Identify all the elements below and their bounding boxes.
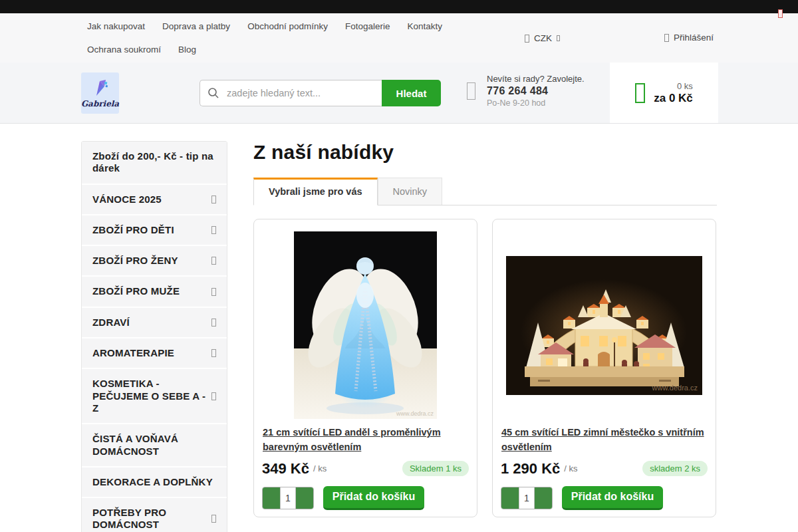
- search-input[interactable]: [200, 80, 382, 106]
- phone-icon: [467, 82, 475, 100]
- sidebar-item-kosmetika[interactable]: KOSMETIKA - PEČUJEME O SEBE A - Z: [82, 369, 227, 424]
- price-unit: / ks: [313, 464, 327, 473]
- purchase-controls: Přidat do košíku: [501, 486, 708, 510]
- product-card-led-angel: www.dedra.cz 21 cm svítící LED anděl s p…: [253, 219, 477, 517]
- nav-link-fotogalerie[interactable]: Fotogalerie: [345, 21, 390, 31]
- contact-opening-hours: Po-Ne 9-20 hod: [487, 98, 585, 108]
- sidebar-item-zbozi-pro-zeny[interactable]: ZBOŽÍ PRO ŽENY: [82, 246, 227, 277]
- quantity-increase-button[interactable]: [535, 487, 552, 509]
- contact-block: Nevíte si rady? Zavolejte. 776 264 484 P…: [467, 74, 585, 108]
- sidebar-item-label: ČISTÁ A VOŇAVÁ DOMÁCNOST: [92, 433, 216, 458]
- login-label: Přihlášení: [674, 33, 714, 43]
- wooden-led-christmas-village-image: www.dedra.cz: [506, 256, 702, 395]
- chevron-right-icon: [211, 257, 216, 265]
- product-card-led-village: www.dedra.cz 45 cm svítící LED zimní měs…: [492, 219, 716, 517]
- logo-wordmark: Gabriela: [81, 99, 119, 108]
- currency-selector[interactable]: CZK: [525, 33, 560, 43]
- price-row: 349 Kč / ks Skladem 1 ks: [262, 460, 469, 477]
- chevron-right-icon: [211, 196, 216, 203]
- product-price: 349 Kč: [262, 460, 309, 477]
- sidebar-item-zbozi-pro-muze[interactable]: ZBOŽÍ PRO MUŽE: [82, 277, 227, 307]
- purchase-controls: Přidat do košíku: [262, 486, 469, 510]
- sidebar-item-label: ZBOŽÍ PRO MUŽE: [92, 285, 180, 297]
- contact-prompt: Nevíte si rady? Zavolejte.: [487, 74, 585, 84]
- tab-vybrali-jsme-pro-vas[interactable]: Vybrali jsme pro vás: [253, 178, 378, 205]
- add-to-cart-button[interactable]: Přidat do košíku: [323, 486, 424, 510]
- sidebar-item-label: ZBOŽÍ PRO DĚTI: [92, 224, 174, 236]
- logo-bird-icon: [91, 78, 110, 98]
- product-price: 1 290 Kč: [501, 460, 560, 477]
- quantity-decrease-button[interactable]: [501, 487, 519, 509]
- chevron-down-icon: [557, 35, 560, 41]
- sidebar-item-label: DEKORACE A DOPLŇKY: [92, 476, 213, 488]
- search-button[interactable]: Hledat: [382, 80, 441, 106]
- quantity-input[interactable]: [280, 487, 296, 509]
- tab-bar: Vybrali jsme pro vás Novinky: [253, 178, 717, 205]
- sidebar-item-aromaterapie[interactable]: AROMATERAPIE: [82, 338, 227, 369]
- sidebar-item-label: VÁNOCE 2025: [92, 194, 162, 205]
- sidebar-item-label: ZDRAVÍ: [92, 317, 130, 329]
- image-watermark: www.dedra.cz: [652, 384, 698, 392]
- quantity-stepper: [501, 487, 553, 509]
- page-title: Z naší nabídky: [253, 141, 717, 164]
- sidebar-item-zdravi[interactable]: ZDRAVÍ: [82, 308, 227, 338]
- cart-widget[interactable]: 0 ks za 0 Kč: [610, 63, 718, 123]
- sidebar-item-zbozi-pro-deti[interactable]: ZBOŽÍ PRO DĚTI: [82, 215, 227, 246]
- sidebar-item-cista-domacnost[interactable]: ČISTÁ A VOŇAVÁ DOMÁCNOST: [82, 424, 227, 467]
- chevron-right-icon: [211, 349, 216, 357]
- user-icon: [664, 34, 669, 42]
- sidebar-item-label: AROMATERAPIE: [92, 347, 174, 359]
- nav-link-kontakty[interactable]: Kontakty: [408, 21, 443, 31]
- product-image-link[interactable]: www.dedra.cz: [262, 227, 469, 423]
- sidebar-item-label: Zboží do 200,- Kč - tip na dárek: [92, 150, 216, 175]
- contact-phone-number: 776 264 484: [487, 85, 585, 97]
- sidebar-item-dekorace[interactable]: DEKORACE A DOPLŇKY: [82, 467, 227, 498]
- quantity-decrease-button[interactable]: [263, 487, 280, 509]
- quantity-input[interactable]: [519, 487, 535, 509]
- cart-total-price: za 0 Kč: [654, 92, 693, 105]
- globe-icon: [525, 35, 529, 43]
- main-content: Z naší nabídky Vybrali jsme pro vás Novi…: [253, 141, 717, 532]
- sidebar-item-label: ZBOŽÍ PRO ŽENY: [92, 255, 178, 267]
- nav-row-1: Jak nakupovat Doprava a platby Obchodní …: [87, 15, 460, 38]
- nav-link-doprava-a-platby[interactable]: Doprava a platby: [162, 21, 230, 31]
- product-title-link[interactable]: 45 cm svítící LED zimní městečko s vnitř…: [501, 426, 707, 455]
- search-bar: Hledat: [200, 80, 441, 106]
- cart-icon: [635, 83, 645, 103]
- nav-link-obchodni-podminky[interactable]: Obchodní podmínky: [247, 21, 328, 31]
- chevron-right-icon: [211, 515, 216, 523]
- broken-glyph-icon: [778, 9, 783, 18]
- nav-row-2: Ochrana soukromí Blog: [87, 38, 460, 61]
- sidebar-item-zbozi-do-200[interactable]: Zboží do 200,- Kč - tip na dárek: [82, 142, 227, 185]
- chevron-right-icon: [211, 226, 216, 234]
- chevron-right-icon: [211, 319, 216, 327]
- stock-badge: skladem 2 ks: [642, 461, 708, 476]
- nav-link-jak-nakupovat[interactable]: Jak nakupovat: [87, 21, 145, 31]
- login-link[interactable]: Přihlášení: [664, 33, 714, 43]
- sidebar-item-potreby-pro-domacnost[interactable]: POTŘEBY PRO DOMÁCNOST: [82, 498, 227, 532]
- add-to-cart-button[interactable]: Přidat do košíku: [562, 486, 663, 510]
- price-unit: / ks: [564, 464, 577, 473]
- chevron-right-icon: [211, 288, 216, 296]
- currency-label: CZK: [534, 33, 552, 43]
- quantity-increase-button[interactable]: [296, 487, 313, 509]
- led-angel-figurine-image: www.dedra.cz: [294, 231, 437, 419]
- price-row: 1 290 Kč / ks skladem 2 ks: [501, 460, 708, 477]
- product-title-link[interactable]: 21 cm svítící LED anděl s proměnlivým ba…: [263, 426, 468, 455]
- nav-link-blog[interactable]: Blog: [178, 45, 196, 55]
- category-sidebar: Zboží do 200,- Kč - tip na dárek VÁNOCE …: [81, 141, 227, 532]
- sidebar-item-vanoce-2025[interactable]: VÁNOCE 2025: [82, 185, 227, 215]
- main-layout: Zboží do 200,- Kč - tip na dárek VÁNOCE …: [0, 124, 798, 532]
- chevron-right-icon: [211, 392, 216, 400]
- product-grid: www.dedra.cz 21 cm svítící LED anděl s p…: [253, 219, 717, 532]
- shop-logo[interactable]: Gabriela: [81, 72, 119, 114]
- top-black-bar: [0, 0, 798, 13]
- cart-item-count: 0 ks: [677, 81, 693, 91]
- image-watermark: www.dedra.cz: [396, 410, 434, 417]
- tab-novinky[interactable]: Novinky: [378, 178, 443, 205]
- product-image-link[interactable]: www.dedra.cz: [501, 227, 708, 423]
- nav-link-ochrana-soukromi[interactable]: Ochrana soukromí: [87, 45, 161, 55]
- quantity-stepper: [262, 487, 314, 509]
- stock-badge: Skladem 1 ks: [402, 461, 469, 476]
- sidebar-item-label: KOSMETIKA - PEČUJEME O SEBE A - Z: [92, 378, 206, 414]
